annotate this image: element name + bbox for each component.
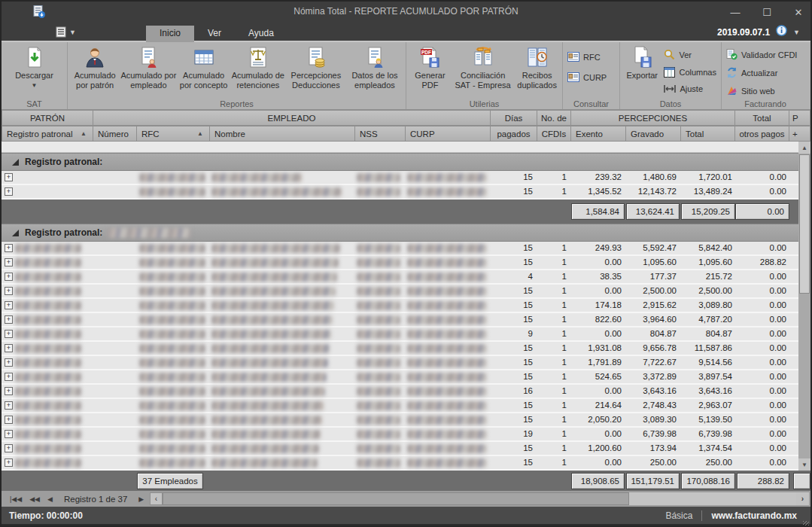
- actualizar-button[interactable]: Actualizar: [724, 66, 799, 79]
- table-row[interactable]: +1510.002,500.002,500.000.00: [2, 285, 798, 299]
- curp-button[interactable]: CURP: [565, 72, 609, 83]
- expand-row-button[interactable]: +: [5, 301, 13, 309]
- table-row[interactable]: +151174.182,915.623,089.800.00: [2, 299, 798, 313]
- group-header-row[interactable]: Registro patronal:: [2, 224, 798, 242]
- table-row[interactable]: +151214.642,748.432,963.070.00: [2, 399, 798, 413]
- table-row[interactable]: +1511,791.897,722.679,514.560.00: [2, 356, 798, 370]
- expand-row-button[interactable]: +: [5, 387, 13, 395]
- vertical-scroll-thumb[interactable]: [799, 154, 810, 294]
- expand-row-button[interactable]: +: [5, 244, 13, 252]
- expand-row-button[interactable]: +: [5, 330, 13, 338]
- band-total[interactable]: Total: [735, 110, 789, 126]
- acumulado-por-empleado-button[interactable]: Acumulado por empleado: [120, 44, 176, 96]
- tab-ver[interactable]: Ver: [194, 26, 235, 42]
- nav-next-button[interactable]: ▶: [135, 495, 147, 503]
- column-header-exento[interactable]: Exento: [571, 126, 626, 142]
- chevron-down-icon[interactable]: ▼: [793, 29, 800, 36]
- table-row[interactable]: +1510.001,095.601,095.60288.82: [2, 256, 798, 270]
- main-menu-button[interactable]: ▼: [56, 25, 81, 39]
- columnas-button[interactable]: Columnas: [661, 66, 719, 78]
- minimize-button[interactable]: —: [729, 7, 741, 18]
- table-row[interactable]: +151822.603,964.604,787.200.00: [2, 313, 798, 327]
- sitio-web-button[interactable]: Sitio web: [724, 84, 799, 97]
- group-header-row[interactable]: Registro patronal:: [2, 153, 798, 171]
- table-row[interactable]: +151524.653,372.893,897.540.00: [2, 370, 798, 385]
- band-patron[interactable]: PATRÓN: [2, 110, 93, 126]
- acumulado-por-concepto-button[interactable]: Acumulado por concepto: [178, 44, 229, 96]
- expand-row-button[interactable]: +: [5, 458, 13, 467]
- collapse-group-icon[interactable]: [12, 159, 19, 166]
- table-row[interactable]: +1511,931.089,656.7811,587.860.00: [2, 342, 798, 356]
- table-row[interactable]: +151249.935,592.475,842.400.00: [2, 242, 798, 256]
- column-header-rfc[interactable]: RFC▲: [137, 126, 210, 142]
- validador-cfdi-button[interactable]: Validador CFDI: [724, 48, 799, 61]
- table-row[interactable]: +1910.006,739.986,739.980.00: [2, 428, 798, 442]
- expand-row-button[interactable]: +: [5, 273, 13, 281]
- column-header-registro-patronal[interactable]: Registro patronal▲: [2, 126, 93, 142]
- table-row[interactable]: +910.00804.87804.870.00: [2, 327, 798, 342]
- scroll-down-icon[interactable]: ▼: [798, 458, 810, 471]
- tab-ayuda[interactable]: Ayuda: [235, 26, 287, 42]
- band-empleado[interactable]: EMPLEADO: [93, 110, 491, 126]
- expand-row-button[interactable]: +: [5, 430, 13, 438]
- datos-de-los-empleados-button[interactable]: Datos de los empleados: [347, 44, 403, 96]
- scroll-right-icon[interactable]: ›: [796, 492, 809, 505]
- expand-row-button[interactable]: +: [5, 358, 13, 367]
- column-header-clipped[interactable]: +: [789, 126, 810, 142]
- expand-row-button[interactable]: +: [5, 373, 13, 381]
- vertical-scrollbar[interactable]: ▲ ▼: [798, 142, 810, 471]
- expand-row-button[interactable]: +: [5, 258, 13, 267]
- table-row[interactable]: +1512,050.203,089.305,139.500.00: [2, 413, 798, 428]
- close-button[interactable]: ✕: [792, 7, 804, 18]
- column-header-nombre[interactable]: Nombre: [210, 126, 355, 142]
- table-row[interactable]: +1510.00250.00250.000.00: [2, 456, 798, 471]
- table-row[interactable]: +4138.35177.37215.720.00: [2, 270, 798, 285]
- expand-row-button[interactable]: +: [5, 344, 13, 352]
- band-dias[interactable]: Días: [491, 110, 537, 126]
- expand-row-button[interactable]: +: [5, 401, 13, 410]
- horizontal-scroll-thumb[interactable]: [163, 492, 629, 505]
- column-header-curp[interactable]: CURP: [406, 126, 491, 142]
- nav-prev-button[interactable]: ◀: [44, 495, 56, 503]
- expand-row-button[interactable]: +: [5, 416, 13, 424]
- ver-button[interactable]: Ver: [661, 48, 719, 61]
- acumulado-de-retenciones-button[interactable]: Acumulado de retenciones: [231, 44, 285, 96]
- horizontal-scrollbar[interactable]: [163, 492, 797, 505]
- column-header-otros-pagos[interactable]: otros pagos: [735, 126, 789, 142]
- band-no-de[interactable]: No. de: [537, 110, 571, 126]
- column-header-total[interactable]: Total: [681, 126, 735, 142]
- expand-row-button[interactable]: +: [5, 444, 13, 452]
- info-icon[interactable]: [776, 25, 787, 39]
- column-header-numero[interactable]: Número: [93, 126, 137, 142]
- collapse-group-icon[interactable]: [12, 230, 19, 236]
- expand-row-button[interactable]: +: [5, 173, 13, 181]
- scroll-left-icon[interactable]: ‹: [150, 492, 163, 505]
- nav-first-button[interactable]: |◀◀: [6, 495, 26, 503]
- scroll-up-icon[interactable]: ▲: [798, 142, 810, 154]
- recibos-duplicados-button[interactable]: Recibos duplicados: [515, 44, 559, 96]
- expand-row-button[interactable]: +: [5, 315, 13, 324]
- website-link[interactable]: www.facturando.mx: [711, 510, 797, 521]
- generar-pdf-button[interactable]: PDF Generar PDF: [409, 44, 451, 96]
- column-header-cfdis[interactable]: CFDIs: [537, 126, 571, 142]
- table-row[interactable]: +1610.003,643.163,643.160.00: [2, 385, 798, 399]
- percepciones-deducciones-button[interactable]: Percepciones Deducciones: [287, 44, 345, 96]
- maximize-button[interactable]: ☐: [761, 7, 773, 18]
- table-row[interactable]: +1511,345.5212,143.7213,489.240.00: [2, 185, 798, 200]
- tab-inicio[interactable]: Inicio: [146, 26, 194, 42]
- table-row[interactable]: +1511,200.60173.941,374.540.00: [2, 442, 798, 456]
- column-header-nss[interactable]: NSS: [355, 126, 406, 142]
- column-header-pagados[interactable]: pagados: [491, 126, 537, 142]
- band-clipped[interactable]: P: [789, 110, 810, 126]
- band-percepciones[interactable]: PERCEPCIONES: [571, 110, 735, 126]
- descargar-button[interactable]: Descargar ▼: [15, 44, 53, 96]
- expand-row-button[interactable]: +: [5, 187, 13, 196]
- ajuste-button[interactable]: Ajuste: [661, 84, 719, 94]
- exportar-button[interactable]: Exportar: [623, 44, 661, 96]
- table-row[interactable]: +151239.321,480.691,720.010.00: [2, 171, 798, 185]
- column-header-gravado[interactable]: Gravado: [626, 126, 681, 142]
- conciliacion-sat-empresa-button[interactable]: Conciliación SAT - Empresa: [452, 44, 513, 96]
- rfc-button[interactable]: RFC: [565, 51, 609, 62]
- acumulado-por-patron-button[interactable]: Acumulado por patrón: [71, 44, 119, 96]
- expand-row-button[interactable]: +: [5, 287, 13, 295]
